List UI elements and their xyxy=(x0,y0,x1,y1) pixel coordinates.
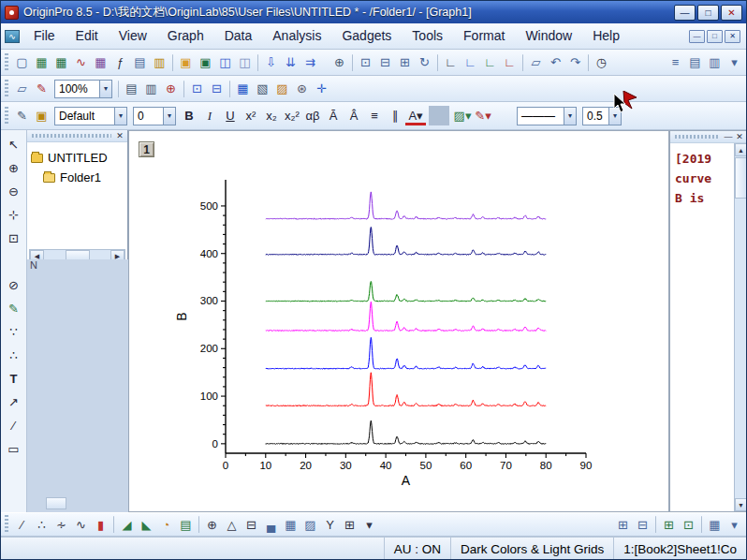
scatter-plot-icon[interactable]: ∴ xyxy=(32,515,51,534)
minimize-button[interactable]: — xyxy=(674,5,696,21)
line-style-combo[interactable]: ——— ▾ xyxy=(517,107,577,125)
menu-help[interactable]: Help xyxy=(582,23,630,49)
chevron-down-icon[interactable]: ▾ xyxy=(114,108,126,125)
close-icon[interactable]: ✕ xyxy=(734,132,745,141)
close-button[interactable]: ✕ xyxy=(721,5,742,21)
script-window-icon[interactable]: ▦ xyxy=(233,80,253,98)
italic-button[interactable]: I xyxy=(199,106,220,125)
line-tool-icon[interactable]: ∕ xyxy=(3,415,25,436)
text-tool-icon[interactable]: T xyxy=(3,368,25,390)
panel-gripper[interactable] xyxy=(675,135,720,139)
toolbar-gripper[interactable] xyxy=(5,80,8,98)
add-workbook-window-icon[interactable]: ⊟ xyxy=(633,515,652,534)
save-theme-icon[interactable]: ▣ xyxy=(32,107,51,125)
notes-scrollbar[interactable]: ▲ ▼ xyxy=(734,143,747,511)
plot-template-more-icon[interactable]: ▾ xyxy=(359,515,379,534)
spacing-button[interactable]: ∥ xyxy=(385,106,405,125)
zoom-combo[interactable]: 100% ▾ xyxy=(54,80,112,98)
zoom-out-tool-icon[interactable]: ⊖ xyxy=(3,181,25,202)
menu-graph[interactable]: Graph xyxy=(157,23,214,49)
bold-button[interactable]: B xyxy=(179,106,199,125)
mdi-minimize-button[interactable]: — xyxy=(689,30,705,43)
paint-brush-icon[interactable]: ✎ xyxy=(32,80,51,98)
toolbar-gripper[interactable] xyxy=(5,53,8,72)
font-style-combo[interactable]: Default ▾ xyxy=(54,107,127,125)
box-chart-icon[interactable]: ⊟ xyxy=(242,515,261,534)
data-selector-tool-icon[interactable]: ⊡ xyxy=(3,228,25,249)
chevron-down-icon[interactable]: ▾ xyxy=(99,81,111,97)
explorer-header[interactable]: ✕ xyxy=(27,130,127,142)
color-palette-icon[interactable]: ▨ xyxy=(272,80,292,98)
mask-tool-icon[interactable]: ⊘ xyxy=(3,274,25,296)
merge-graphs-icon[interactable]: ▦ xyxy=(705,515,725,534)
menu-analysis[interactable]: Analysis xyxy=(262,23,331,49)
zoom-out-axes-icon[interactable]: ∟ xyxy=(480,53,500,72)
fill-area-plot-icon[interactable]: ◣ xyxy=(137,515,156,534)
line-color-button[interactable]: ✎▾ xyxy=(473,106,493,125)
fill-color-button[interactable]: ▨▾ xyxy=(452,106,473,125)
menu-edit[interactable]: Edit xyxy=(66,23,109,49)
close-icon[interactable]: ✕ xyxy=(114,131,125,140)
line-plot-icon[interactable]: ∕ xyxy=(12,515,32,534)
greek-button[interactable]: αβ xyxy=(302,106,323,125)
previous-window-icon[interactable]: ↶ xyxy=(546,53,565,72)
underline-button[interactable]: U xyxy=(220,106,241,125)
toolbar-gripper[interactable] xyxy=(5,515,8,534)
scrollbar-track[interactable] xyxy=(44,497,110,509)
toolbar-more-icon[interactable]: ▾ xyxy=(725,53,744,72)
menu-gadgets[interactable]: Gadgets xyxy=(331,23,402,49)
supersubscript-button[interactable]: x₂² xyxy=(282,106,302,125)
notes-header[interactable]: — ✕ xyxy=(670,131,747,143)
system-options-icon[interactable]: ⊛ xyxy=(292,80,312,98)
file-list-header[interactable]: ▴ N ▴ xyxy=(27,276,127,292)
add-graph-window-icon[interactable]: ⊞ xyxy=(613,515,633,534)
project-timer-icon[interactable]: ◷ xyxy=(592,53,611,72)
new-graph-icon[interactable]: ∿ xyxy=(71,53,91,72)
accent-button[interactable]: Â xyxy=(344,106,364,125)
graph-plot[interactable]: 01020304050607080900100200300400500AB xyxy=(129,131,668,511)
3d-plot-icon[interactable]: ▦ xyxy=(281,515,300,534)
print-icon[interactable]: ▤ xyxy=(122,80,141,98)
command-window-icon[interactable]: ▧ xyxy=(253,80,272,98)
rectangle-tool-icon[interactable]: ▭ xyxy=(3,438,25,460)
new-matrix-icon[interactable]: ▦ xyxy=(91,53,110,72)
save-project-icon[interactable]: ◫ xyxy=(215,53,235,72)
data-reader-tool-icon[interactable]: ⊹ xyxy=(3,204,25,226)
style-edit-icon[interactable]: ✎ xyxy=(12,107,32,125)
mdi-restore-button[interactable]: □ xyxy=(707,30,723,43)
print-preview-icon[interactable]: ▥ xyxy=(141,80,161,98)
overline-button[interactable]: Ā xyxy=(323,106,344,125)
graph-more-icon[interactable]: ▾ xyxy=(725,515,744,534)
ternary-plot-icon[interactable]: △ xyxy=(222,515,242,534)
layer-1-badge[interactable]: 1 xyxy=(139,141,154,157)
cascade-windows-icon[interactable]: ⊡ xyxy=(356,53,375,72)
new-excel-icon[interactable]: ▦ xyxy=(51,53,71,72)
chevron-down-icon[interactable]: ▾ xyxy=(564,108,576,125)
import-multiple-ascii-icon[interactable]: ⇉ xyxy=(300,53,320,72)
rescale-axes-icon[interactable]: ∟ xyxy=(441,53,461,72)
coordinates-tool-icon[interactable]: ∵ xyxy=(3,321,25,343)
scroll-up-icon[interactable]: ▲ xyxy=(735,143,747,156)
double-y-plot-icon[interactable]: Y xyxy=(320,515,340,534)
next-window-icon[interactable]: ↷ xyxy=(565,53,585,72)
stacked-column-icon[interactable]: ▤ xyxy=(176,515,196,534)
polar-plot-icon[interactable]: ⊕ xyxy=(202,515,222,534)
notes-window[interactable]: — ✕ [2019curveB is ▲ ▼ xyxy=(669,130,747,512)
pointer-tool-icon[interactable]: ↖ xyxy=(3,134,25,155)
line-symbol-plot-icon[interactable]: ∻ xyxy=(51,515,71,534)
layer-arrangement-icon[interactable]: ⊡ xyxy=(679,515,698,534)
menu-file[interactable]: File xyxy=(23,23,66,49)
open-excel-icon[interactable]: ▣ xyxy=(196,53,215,72)
new-layout-icon[interactable]: ▤ xyxy=(130,53,150,72)
menu-tools[interactable]: Tools xyxy=(402,23,453,49)
new-notes-icon[interactable]: ▥ xyxy=(150,53,169,72)
menu-data[interactable]: Data xyxy=(214,23,263,49)
new-project-icon[interactable]: ▢ xyxy=(12,53,32,72)
tile-horizontally-icon[interactable]: ⊟ xyxy=(375,53,395,72)
zoom-in-tool-icon[interactable]: ⊕ xyxy=(3,157,25,179)
copy-page-icon[interactable]: ⊟ xyxy=(207,80,227,98)
panel-gripper[interactable] xyxy=(32,134,111,138)
superscript-button[interactable]: x² xyxy=(241,106,261,125)
font-size-combo[interactable]: 0 ▾ xyxy=(133,107,176,125)
pie-chart-icon[interactable]: ◔ xyxy=(156,515,176,534)
